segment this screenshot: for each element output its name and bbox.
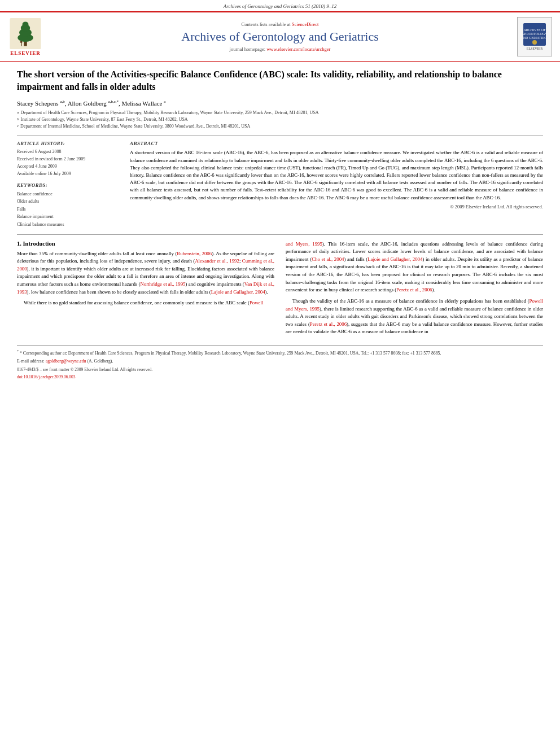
page-wrapper: Archives of Gerontology and Geriatrics 5…: [0, 0, 560, 386]
ref-peretz1: Peretz et al., 2006: [396, 287, 432, 292]
issn-line: 0167-4943/$ – see front matter © 2009 El…: [17, 366, 543, 373]
ref-lajoie2: Lajoie and Gallagher, 2004: [368, 256, 422, 262]
email-link[interactable]: agoldberg@wayne.edu: [46, 359, 86, 364]
revised-date: Received in revised form 2 June 2009: [17, 156, 119, 163]
keyword-1: Balance confidence: [17, 190, 119, 198]
body-divider: [17, 234, 543, 235]
journal-homepage: journal homepage: www.elsevier.com/locat…: [51, 46, 509, 52]
intro-text-right: and Myers, 1995). This 16-item scale, th…: [286, 241, 543, 337]
ref-cho: Cho et al., 2004: [312, 256, 344, 262]
svg-point-6: [20, 41, 23, 43]
ref-powell2: Powell and Myers, 1995: [286, 298, 543, 312]
right-para-1: and Myers, 1995). This 16-item scale, th…: [286, 241, 543, 294]
intro-para-2: While there is no gold standard for asse…: [17, 299, 274, 307]
svg-text:ARCHIVES OF: ARCHIVES OF: [523, 28, 546, 32]
ref-rubenstein: Rubenstein, 2006: [177, 251, 212, 256]
journal-logo-caption: ELSEVIER: [527, 47, 542, 50]
affil-b: b Institute of Gerontology, Wayne State …: [17, 116, 543, 123]
affiliations: a Department of Health Care Sciences, Pr…: [17, 110, 543, 130]
intro-text-left: More than 35% of community-dwelling olde…: [17, 250, 274, 307]
ref-peretz2: Peretz et al., 2006: [310, 321, 347, 327]
journal-citation: Archives of Gerontology and Geriatrics 5…: [0, 0, 560, 11]
sciencedirect-link[interactable]: ScienceDirect: [292, 21, 319, 27]
keywords-section: Keywords: Balance confidence Older adult…: [17, 182, 119, 229]
ref-powell1: Powell: [250, 300, 263, 305]
abstract-text: A shortened version of the ABC 16-item s…: [130, 149, 543, 201]
affil-a: a Department of Health Care Sciences, Pr…: [17, 110, 543, 116]
ref-northridge: Northridge et al., 1995: [140, 281, 185, 287]
keyword-2: Older adults: [17, 198, 119, 206]
left-col: Article history: Received 6 August 2008 …: [17, 141, 119, 228]
journal-homepage-link[interactable]: www.elsevier.com/locate/archger: [266, 46, 330, 52]
ref-alexander: Alexander et al., 1992: [195, 258, 239, 264]
body-col-right: and Myers, 1995). This 16-item scale, th…: [286, 241, 543, 340]
journal-title-header: Archives of Gerontology and Geriatrics: [51, 29, 509, 44]
article-info-section: Article history: Received 6 August 2008 …: [17, 141, 119, 177]
journal-header-center: Contents lists available at ScienceDirec…: [51, 21, 509, 52]
abstract-col: ABSTRACT A shortened version of the ABC …: [130, 141, 543, 228]
email-label: E-mail address:: [17, 359, 45, 364]
article-title: The short version of the Activities-spec…: [17, 68, 543, 94]
footnote-section: * * Corresponding author at: Department …: [17, 345, 543, 380]
body-cols: 1. Introduction More than 35% of communi…: [17, 241, 543, 340]
info-abstract-cols: Article history: Received 6 August 2008 …: [17, 141, 543, 228]
elsevier-logo: ELSEVIER: [6, 18, 45, 56]
svg-text:GERONTOLOGY: GERONTOLOGY: [523, 32, 546, 36]
authors-line: Stacey Schepens a,b, Allon Goldberg a,b,…: [17, 99, 543, 107]
intro-para-1: More than 35% of community-dwelling olde…: [17, 250, 274, 296]
email-name: (A. Goldberg).: [87, 359, 113, 364]
abstract-copyright: © 2009 Elsevier Ireland Ltd. All rights …: [130, 204, 543, 209]
doi-link[interactable]: doi:10.1016/j.archger.2009.06.003: [17, 374, 76, 379]
article-history-label: Article history:: [17, 141, 119, 146]
main-content: The short version of the Activities-spec…: [0, 62, 560, 386]
journal-cover-icon: ARCHIVES OF GERONTOLOGY AND GERIATRICS: [523, 23, 546, 46]
elsevier-tree-icon: [8, 18, 42, 49]
ref-lajoie1: Lajoie and Gallagher, 2004: [211, 289, 265, 295]
accepted-date: Accepted 4 June 2009: [17, 163, 119, 171]
author-sup-c: a: [164, 99, 165, 104]
elsevier-text: ELSEVIER: [10, 50, 41, 56]
svg-text:AND GERIATRICS: AND GERIATRICS: [523, 36, 546, 40]
body-col-left: 1. Introduction More than 35% of communi…: [17, 241, 274, 340]
intro-heading: 1. Introduction: [17, 241, 274, 247]
right-para-2: Though the validity of the ABC-16 as a m…: [286, 298, 543, 336]
svg-point-5: [23, 21, 29, 27]
journal-right-logo: ARCHIVES OF GERONTOLOGY AND GERIATRICS E…: [515, 17, 554, 56]
keyword-5: Clinical balance measures: [17, 221, 119, 229]
corresponding-footnote: * * Corresponding author at: Department …: [17, 349, 543, 356]
contents-available-text: Contents lists available at ScienceDirec…: [51, 21, 509, 27]
author-sup-a: a,b: [60, 99, 64, 104]
available-date: Available online 16 July 2009: [17, 171, 119, 178]
email-footnote: E-mail address: agoldberg@wayne.edu (A. …: [17, 358, 543, 365]
keyword-3: Falls: [17, 206, 119, 213]
keyword-4: Balance impairment: [17, 213, 119, 221]
keywords-label: Keywords:: [17, 182, 119, 188]
ref-and-myers: and Myers, 1995: [286, 241, 322, 247]
received-date: Received 6 August 2008: [17, 148, 119, 156]
author-sup-b: a,b,c,*: [108, 99, 119, 104]
journal-logo-box: ARCHIVES OF GERONTOLOGY AND GERIATRICS E…: [517, 17, 552, 56]
svg-point-12: [532, 40, 537, 45]
journal-header: ELSEVIER Contents lists available at Sci…: [0, 11, 560, 62]
doi-line: doi:10.1016/j.archger.2009.06.003: [17, 374, 543, 380]
affil-c: c Department of Internal Medicine, Schoo…: [17, 123, 543, 130]
divider-1: [17, 136, 543, 136]
abstract-title: ABSTRACT: [130, 141, 543, 146]
elsevier-logo-area: ELSEVIER: [6, 18, 45, 56]
